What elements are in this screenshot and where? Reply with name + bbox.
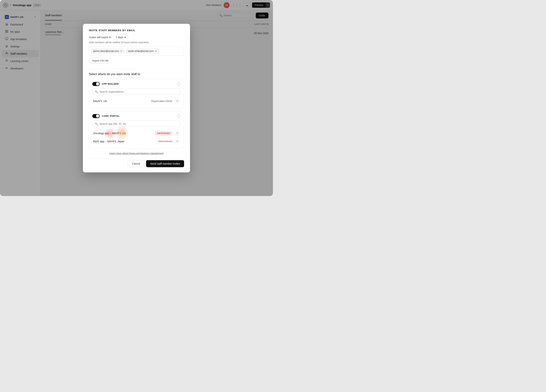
email-tag-0: james.dean@email.com ✕ (91, 49, 124, 53)
expiry-chevron-icon: ▾ (124, 36, 126, 39)
app-rows-container: Oncology app – NAVIFY, US Administrator (92, 129, 181, 145)
care-portal-left: CARE PORTAL (92, 114, 120, 118)
expiry-select[interactable]: 7 days ▾ (113, 35, 129, 40)
main-layout: N NAVIFY, US ▾ ⊞ Dashboard My apps (0, 10, 273, 196)
care-portal-toggle[interactable] (92, 114, 100, 118)
org-row-delete-icon[interactable] (175, 99, 180, 104)
app-row-right-1: Administrator (158, 139, 180, 144)
app-builder-header: APP BUILDER i (92, 82, 181, 86)
learn-more-section: Learn more about Huma permissions manage… (89, 152, 184, 155)
select-invite-label: Select where do you want invite staff to… (89, 72, 184, 76)
app-role-label-1: Administrator (158, 140, 172, 143)
email-tag-text: sarah.white@email.com (128, 50, 154, 52)
email-tags-area[interactable]: james.dean@email.com ✕ sarah.white@email… (89, 47, 184, 56)
import-csv-button[interactable]: Import CSV file (89, 58, 112, 64)
org-row-right: Organization Owner (151, 99, 180, 104)
app-role-badge-0: Administrator (155, 131, 172, 135)
search-organizations-input[interactable] (99, 90, 178, 93)
app-row-delete-icon-1[interactable] (175, 139, 180, 144)
app-row-delete-icon-0[interactable] (175, 131, 180, 136)
org-role-label: Organization Owner (151, 100, 172, 103)
app-builder-toggle[interactable] (92, 82, 100, 86)
expiry-note: Staff members will be notified 24 hours … (89, 41, 184, 44)
search-app-input: 🔍 (92, 121, 181, 127)
modal-title: INVITE STAFF MEMBERS BY EMAIL (89, 29, 184, 32)
app-builder-info-icon[interactable]: i (177, 82, 181, 86)
modal-footer: Cancel Send staff member invites (89, 159, 184, 167)
invite-modal: INVITE STAFF MEMBERS BY EMAIL Invites wi… (83, 24, 190, 172)
search-app-title-input[interactable] (99, 122, 178, 125)
learn-more-link[interactable]: Learn more about Huma permissions manage… (109, 152, 163, 155)
search-org-input: 🔍 (92, 89, 181, 95)
email-tag-remove-1[interactable]: ✕ (155, 50, 157, 53)
search-app-icon: 🔍 (95, 122, 98, 125)
expiry-label: Invites will expire in (89, 36, 111, 39)
email-tag-text: james.dean@email.com (93, 50, 119, 52)
app-row-right-0: Administrator (155, 131, 180, 136)
expiry-value: 7 days (116, 36, 123, 39)
app-row-name-0: Oncology app – NAVIFY, US (93, 132, 126, 135)
section-divider (83, 69, 190, 69)
app-row-name-1: MyIG app – NAVIFY, Japan (93, 140, 124, 143)
cancel-button[interactable]: Cancel (128, 160, 144, 167)
expiry-row: Invites will expire in 7 days ▾ (89, 35, 184, 40)
app-container: ▾ Oncology app Draft Give feedback Hi ⋮⋮… (0, 0, 273, 196)
app-builder-section: APP BUILDER i 🔍 NAVIFY, US Organization … (89, 79, 184, 108)
app-row-0: Oncology app – NAVIFY, US Administrator (92, 129, 181, 137)
org-row-name: NAVIFY, US (93, 100, 107, 103)
app-row-1: MyIG app – NAVIFY, Japan Administrator (92, 137, 181, 145)
app-builder-left: APP BUILDER (92, 82, 119, 86)
care-portal-section: CARE PORTAL i 🔍 Oncology (89, 111, 184, 148)
care-portal-info-icon[interactable]: i (177, 114, 181, 118)
search-org-icon: 🔍 (95, 90, 98, 93)
care-portal-header: CARE PORTAL i (92, 114, 181, 118)
app-builder-title: APP BUILDER (102, 83, 119, 85)
modal-overlay: INVITE STAFF MEMBERS BY EMAIL Invites wi… (0, 10, 273, 196)
care-portal-title: CARE PORTAL (102, 115, 120, 117)
email-tag-1: sarah.white@email.com ✕ (126, 49, 159, 53)
email-tag-remove-0[interactable]: ✕ (120, 50, 123, 53)
org-row-navify: NAVIFY, US Organization Owner (92, 97, 181, 105)
send-invites-button[interactable]: Send staff member invites (146, 160, 184, 167)
